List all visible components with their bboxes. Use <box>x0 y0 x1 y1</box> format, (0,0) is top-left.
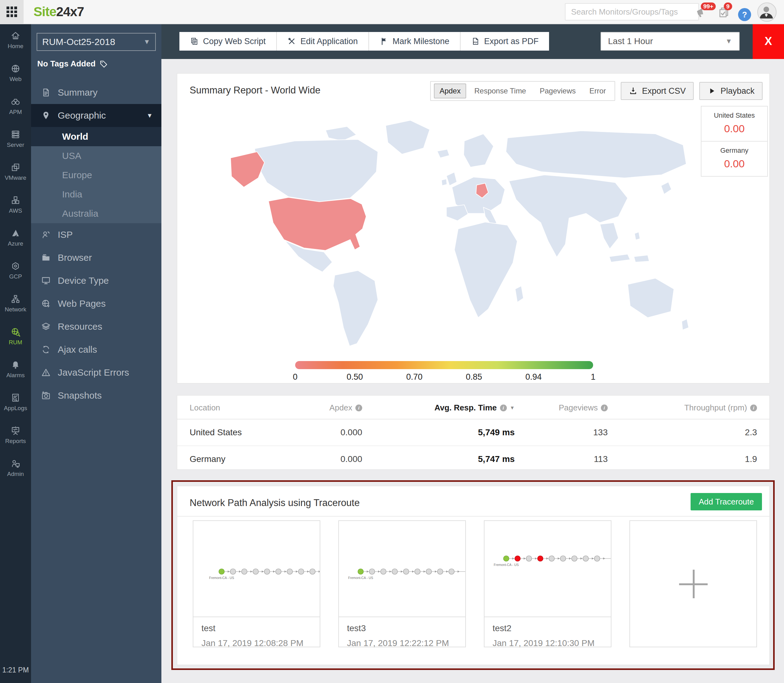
map-uk <box>446 172 457 186</box>
rail-item-rum[interactable]: RUM <box>0 320 31 353</box>
cell-location: Germany <box>177 446 300 472</box>
hop-node-red <box>538 556 543 561</box>
traceroute-card-info: test3Jan 17, 2019 12:22:12 PM <box>339 617 465 654</box>
sidebar-item-india[interactable]: India <box>31 185 162 204</box>
sidebar-item-europe[interactable]: Europe <box>31 165 162 185</box>
hop-node-gray <box>370 569 375 574</box>
traceroute-timestamp: Jan 17, 2019 12:10:30 PM <box>493 638 603 648</box>
doc-icon <box>41 88 51 98</box>
sidebar-item-world[interactable]: World <box>31 127 162 146</box>
sidebar-item-device-type[interactable]: Device Type <box>31 269 162 292</box>
device-icon <box>41 276 51 285</box>
sidebar-item-label: Snapshots <box>58 390 102 401</box>
column-header-apdex: Apdexi <box>300 396 362 419</box>
add-traceroute-button[interactable]: Add Traceroute <box>691 493 762 510</box>
export-as-pdf-button[interactable]: Export as PDF <box>461 32 549 51</box>
export-csv-button[interactable]: Export CSV <box>621 82 694 100</box>
rail-item-alarms[interactable]: Alarms <box>0 353 31 386</box>
rail-item-vmware[interactable]: VMware <box>0 155 31 188</box>
tasks-badge: 9 <box>724 3 732 10</box>
tags-row[interactable]: No Tags Added <box>37 59 162 69</box>
apdex-scale-label: 0.85 <box>466 372 482 382</box>
sidebar-item-isp[interactable]: ISP <box>31 223 162 246</box>
sidebar-item-summary[interactable]: Summary <box>31 81 162 104</box>
sidebar-item-australia[interactable]: Australia <box>31 204 162 223</box>
rail-item-label: RUM <box>9 339 22 346</box>
rail-item-admin[interactable]: Admin <box>0 451 31 484</box>
search-input[interactable] <box>565 3 699 21</box>
copy-web-script-button[interactable]: Copy Web Script <box>179 32 277 51</box>
notifications-button[interactable]: 99+ <box>694 6 707 19</box>
monitor-select[interactable]: RUM-Oct25-2018 ▼ <box>37 33 156 51</box>
tasks-button[interactable]: 9 <box>718 6 730 19</box>
close-button[interactable]: X <box>753 24 784 59</box>
add-traceroute-card[interactable] <box>629 520 757 647</box>
traceroute-preview: Fremont-CA - US <box>194 521 320 617</box>
cell-apdex: 0.000 <box>300 419 362 446</box>
user-avatar[interactable] <box>757 3 776 22</box>
mark-milestone-button[interactable]: Mark Milestone <box>369 32 461 51</box>
traceroute-card-test2[interactable]: Fremont-CA - UStest2Jan 17, 2019 12:10:3… <box>484 520 611 647</box>
map-africa <box>454 222 517 317</box>
sidebar-item-resources[interactable]: Resources <box>31 315 162 338</box>
rail-item-label: Azure <box>8 240 23 247</box>
help-button[interactable]: ? <box>738 8 751 21</box>
start-node-label: Fremont-CA - US <box>494 563 519 567</box>
tab-error[interactable]: Error <box>584 83 611 98</box>
sidebar-item-geographic[interactable]: Geographic▼ <box>31 104 162 127</box>
map-new-zealand <box>682 319 689 330</box>
traceroute-card-test[interactable]: Fremont-CA - UStestJan 17, 2019 12:08:28… <box>193 520 320 647</box>
notifications-badge: 99+ <box>701 3 716 10</box>
playback-button[interactable]: Playback <box>699 82 763 100</box>
map-philippines <box>634 232 640 240</box>
column-header-label: Apdex <box>329 403 352 413</box>
sidebar-item-usa[interactable]: USA <box>31 146 162 165</box>
chevron-down-icon: ▼ <box>143 38 150 46</box>
rail-item-azure[interactable]: Azure <box>0 221 31 254</box>
sidebar-item-javascript-errors[interactable]: JavaScript Errors <box>31 361 162 384</box>
column-header-avg-resp-time[interactable]: Avg. Resp. Timei▼ <box>362 396 515 419</box>
tab-pageviews[interactable]: Pageviews <box>534 83 581 98</box>
tab-response-time[interactable]: Response Time <box>469 83 532 98</box>
edit-application-button[interactable]: Edit Application <box>277 32 369 51</box>
sidebar-item-web-pages[interactable]: Web Pages <box>31 292 162 315</box>
column-header-label: Throughput (rpm) <box>684 403 747 413</box>
map-madagascar <box>515 286 523 302</box>
alarms-icon <box>11 360 21 370</box>
legend-country-name: United States <box>703 111 765 120</box>
traceroute-card: Network Path Analysis using Traceroute A… <box>177 486 770 665</box>
toolbar-band: Copy Web ScriptEdit ApplicationMark Mile… <box>162 24 784 59</box>
rail-item-aws[interactable]: AWS <box>0 188 31 221</box>
rail-item-home[interactable]: Home <box>0 24 31 56</box>
sidebar-item-browser[interactable]: Browser <box>31 246 162 269</box>
toolbar-button-label: Edit Application <box>301 37 358 46</box>
tools-icon <box>287 37 296 46</box>
world-map[interactable] <box>218 111 693 359</box>
map-indonesia-1 <box>609 254 630 262</box>
app-launcher-button[interactable] <box>0 0 24 24</box>
traceroute-card-test3[interactable]: Fremont-CA - UStest3Jan 17, 2019 12:22:1… <box>338 520 466 647</box>
toolbar-button-label: Mark Milestone <box>393 37 450 46</box>
map-alaska-highlight <box>230 152 264 187</box>
rail-item-network[interactable]: Network <box>0 287 31 320</box>
sidebar-item-label: USA <box>62 151 81 161</box>
sidebar-item-ajax-calls[interactable]: Ajax calls <box>31 338 162 361</box>
time-range-select[interactable]: Last 1 Hour ▼ <box>600 32 739 51</box>
sidebar-item-label: India <box>62 189 82 200</box>
rail-item-applogs[interactable]: AppLogs <box>0 386 31 418</box>
hop-node-gray <box>449 569 454 574</box>
rail-item-reports[interactable]: Reports <box>0 418 31 451</box>
rail-item-server[interactable]: Server <box>0 122 31 155</box>
chevron-down-icon: ▼ <box>725 37 732 45</box>
cell-avg_resp_time: 5,749 ms <box>362 419 515 446</box>
map-canada <box>254 139 378 202</box>
play-icon <box>707 87 716 95</box>
admin-icon <box>11 459 21 468</box>
tab-apdex[interactable]: Apdex <box>434 83 466 98</box>
rail-item-web[interactable]: Web <box>0 56 31 90</box>
rail-item-apm[interactable]: APM <box>0 90 31 122</box>
rail-item-gcp[interactable]: GCP <box>0 254 31 287</box>
map-south-america <box>333 270 378 346</box>
tags-label: No Tags Added <box>37 59 96 69</box>
sidebar-item-snapshots[interactable]: Snapshots <box>31 384 162 407</box>
